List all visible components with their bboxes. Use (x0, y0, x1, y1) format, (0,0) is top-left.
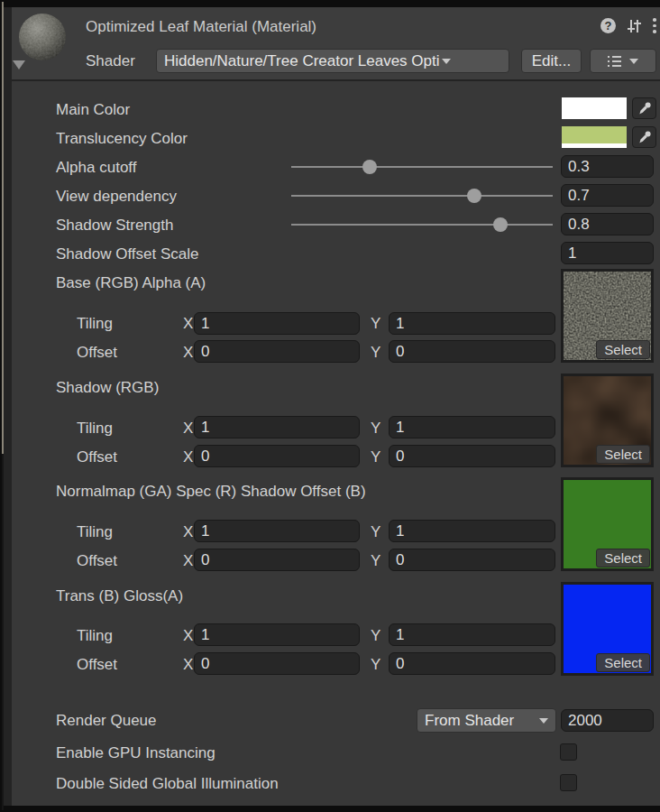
translucency-color-swatch[interactable] (562, 126, 627, 148)
y-label: Y (371, 655, 380, 674)
shader-label: Shader (86, 51, 135, 70)
alpha-cutoff-field[interactable]: 0.3 (561, 155, 654, 178)
material-inspector-panel: Optimized Leaf Material (Material) ? Sha… (12, 7, 660, 806)
alpha-bar (562, 115, 627, 119)
edit-button[interactable]: Edit... (521, 49, 582, 73)
x-label: X (183, 419, 193, 438)
render-queue-label: Render Queue (56, 711, 157, 730)
shadow-texture-thumbnail[interactable]: Select (561, 374, 654, 467)
select-button[interactable]: Select (596, 445, 650, 464)
material-title: Optimized Leaf Material (Material) (86, 17, 316, 36)
offset-x-field[interactable]: 0 (194, 445, 360, 467)
slider-handle[interactable] (493, 217, 508, 232)
texture-section-label: Normalmap (GA) Spec (R) Shadow Offset (B… (56, 482, 366, 501)
shader-dropdown[interactable]: Hidden/Nature/Tree Creator Leaves Opti (156, 49, 509, 73)
texture-section-label: Shadow (RGB) (56, 378, 159, 397)
offset-y-field[interactable]: 0 (389, 340, 555, 363)
y-label: Y (371, 522, 380, 541)
slider-handle[interactable] (467, 189, 481, 203)
x-label: X (183, 655, 193, 674)
select-button[interactable]: Select (596, 549, 650, 567)
tiling-y-field[interactable]: 1 (389, 416, 555, 438)
shader-dropdown-value: Hidden/Nature/Tree Creator Leaves Opti (164, 52, 440, 70)
left-rail (4, 7, 12, 806)
offset-label: Offset (77, 551, 117, 570)
render-queue-dropdown[interactable]: From Shader (417, 708, 556, 733)
alpha-bar (562, 143, 627, 148)
shadow-offset-scale-field[interactable]: 1 (561, 242, 654, 264)
eyedropper-icon[interactable] (632, 126, 656, 148)
tiling-label: Tiling (77, 522, 113, 541)
shadow-strength-field[interactable]: 0.8 (561, 213, 654, 235)
normalmap-texture-thumbnail[interactable]: Select (561, 477, 654, 571)
y-label: Y (371, 419, 380, 438)
unity-inspector: Optimized Leaf Material (Material) ? Sha… (0, 0, 660, 812)
x-label: X (183, 626, 193, 645)
tiling-x-field[interactable]: 1 (194, 312, 360, 335)
shader-dropdown-arrow (442, 59, 451, 64)
render-queue-dropdown-value: From Shader (425, 712, 514, 730)
material-header: Optimized Leaf Material (Material) ? Sha… (12, 7, 660, 81)
x-label: X (183, 448, 193, 466)
render-queue-dropdown-arrow (539, 718, 548, 724)
kebab-menu-icon[interactable] (653, 18, 656, 33)
panel-edge-line (2, 2, 4, 810)
eyedropper-icon[interactable] (632, 97, 656, 119)
y-label: Y (371, 626, 380, 645)
texture-section-label: Base (RGB) Alpha (A) (56, 273, 206, 292)
view-dependency-field[interactable]: 0.7 (561, 184, 654, 207)
preset-icon[interactable] (626, 18, 642, 38)
offset-x-field[interactable]: 0 (194, 340, 360, 363)
x-label: X (183, 314, 193, 333)
tiling-label: Tiling (77, 419, 113, 438)
tiling-x-field[interactable]: 1 (194, 520, 360, 542)
gpu-instancing-checkbox[interactable] (560, 743, 577, 761)
offset-x-field[interactable]: 0 (194, 652, 360, 675)
offset-label: Offset (77, 343, 117, 362)
properties-menu-arrow (629, 59, 638, 64)
main-color-swatch[interactable] (562, 97, 627, 119)
offset-y-field[interactable]: 0 (389, 652, 555, 675)
offset-x-field[interactable]: 0 (194, 549, 360, 571)
gpu-instancing-label: Enable GPU Instancing (56, 743, 215, 762)
texture-section-label: Trans (B) Gloss(A) (56, 586, 183, 605)
tiling-y-field[interactable]: 1 (389, 623, 555, 646)
translucency-color-label: Translucency Color (56, 129, 188, 148)
y-label: Y (371, 551, 380, 570)
render-queue-field[interactable]: 2000 (561, 709, 654, 732)
tiling-y-field[interactable]: 1 (389, 312, 555, 335)
help-icon[interactable]: ? (600, 18, 616, 33)
material-preview-sphere[interactable] (18, 13, 67, 65)
tiling-x-field[interactable]: 1 (194, 416, 360, 438)
x-label: X (183, 522, 193, 541)
select-button[interactable]: Select (596, 653, 650, 672)
tiling-label: Tiling (77, 626, 113, 645)
select-button[interactable]: Select (596, 340, 650, 359)
properties-menu-button[interactable] (590, 49, 656, 73)
tiling-y-field[interactable]: 1 (389, 520, 555, 542)
main-color-label: Main Color (56, 100, 130, 119)
double-sided-gi-label: Double Sided Global Illumination (56, 774, 279, 793)
offset-y-field[interactable]: 0 (389, 445, 555, 467)
offset-label: Offset (77, 448, 117, 466)
slider-handle[interactable] (362, 160, 377, 174)
y-label: Y (371, 314, 380, 333)
tiling-x-field[interactable]: 1 (194, 623, 360, 646)
double-sided-gi-checkbox[interactable] (560, 774, 577, 791)
offset-y-field[interactable]: 0 (389, 549, 555, 571)
properties-list-icon (608, 55, 622, 68)
offset-label: Offset (77, 655, 117, 674)
shadow-offset-scale-label: Shadow Offset Scale (56, 245, 198, 263)
x-label: X (183, 343, 193, 362)
x-label: X (183, 551, 193, 570)
base-texture-thumbnail[interactable]: Select (561, 269, 654, 363)
tiling-label: Tiling (77, 314, 113, 333)
y-label: Y (371, 448, 380, 466)
trans-texture-thumbnail[interactable]: Select (561, 582, 654, 676)
y-label: Y (371, 343, 380, 362)
